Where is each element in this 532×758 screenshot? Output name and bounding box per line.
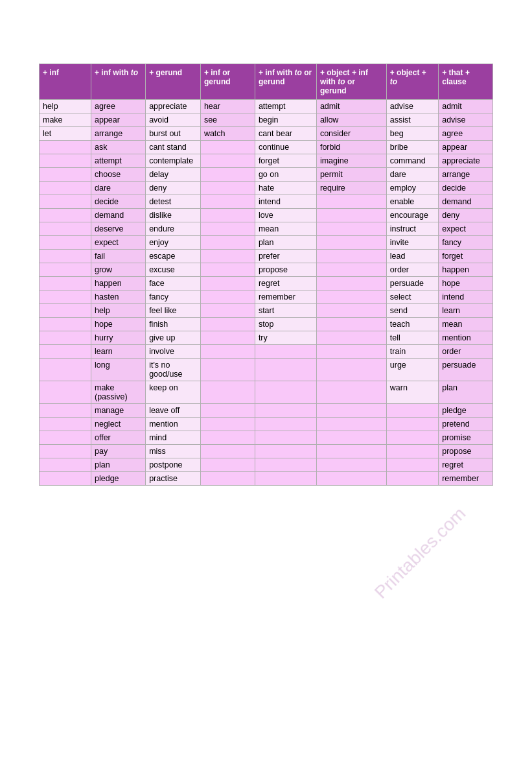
cell-r2-c1: make <box>40 113 91 127</box>
cell-r8-c3: detest <box>146 195 201 209</box>
cell-r26-c1 <box>40 458 91 472</box>
table-row: daredenyhaterequireemploydecide <box>40 182 493 195</box>
cell-r24-c7 <box>386 431 438 445</box>
cell-r4-c3: cant stand <box>146 141 201 154</box>
table-row: askcant standcontinueforbidbribeappear <box>40 141 493 154</box>
table-row: make (passive)keep onwarnplan <box>40 381 493 404</box>
cell-r8-c6 <box>316 195 386 209</box>
cell-r7-c3: deny <box>146 182 201 195</box>
cell-r6-c1 <box>40 168 91 182</box>
cell-r12-c1 <box>40 250 91 263</box>
cell-r19-c5 <box>255 345 316 359</box>
cell-r14-c8: hope <box>439 277 493 290</box>
cell-r14-c7: persuade <box>386 277 438 290</box>
cell-r23-c6 <box>316 418 386 431</box>
cell-r20-c7: urge <box>386 359 438 381</box>
cell-r19-c7: train <box>386 345 438 359</box>
cell-r5-c8: appreciate <box>439 154 493 168</box>
cell-r19-c1 <box>40 345 91 359</box>
cell-r27-c4 <box>200 472 255 486</box>
table-row: makeappearavoidseebeginallowassistadvise <box>40 113 493 127</box>
cell-r21-c8: plan <box>439 381 493 404</box>
cell-r8-c7: enable <box>386 195 438 209</box>
header-col-4: + inf or gerund <box>200 64 255 100</box>
cell-r10-c3: endure <box>146 222 201 236</box>
cell-r9-c3: dislike <box>146 209 201 222</box>
cell-r24-c1 <box>40 431 91 445</box>
cell-r25-c3: miss <box>146 445 201 458</box>
table-row: planpostponeregret <box>40 458 493 472</box>
table-row: helpagreeappreciatehearattemptadmitadvis… <box>40 100 493 113</box>
cell-r8-c8: demand <box>439 195 493 209</box>
cell-r7-c2: dare <box>91 182 146 195</box>
cell-r10-c4 <box>200 222 255 236</box>
table-row: happenfaceregretpersuadehope <box>40 277 493 290</box>
cell-r12-c2: fail <box>91 250 146 263</box>
cell-r17-c3: finish <box>146 318 201 331</box>
cell-r13-c2: grow <box>91 263 146 277</box>
cell-r20-c5 <box>255 359 316 381</box>
cell-r10-c7: instruct <box>386 222 438 236</box>
header-col-3: + gerund <box>146 64 201 100</box>
cell-r15-c7: select <box>386 290 438 304</box>
cell-r19-c4 <box>200 345 255 359</box>
cell-r1-c5: attempt <box>255 100 316 113</box>
cell-r14-c1 <box>40 277 91 290</box>
cell-r26-c8: regret <box>439 458 493 472</box>
cell-r5-c1 <box>40 154 91 168</box>
cell-r23-c1 <box>40 418 91 431</box>
table-row: paymisspropose <box>40 445 493 458</box>
cell-r9-c4 <box>200 209 255 222</box>
cell-r14-c2: happen <box>91 277 146 290</box>
cell-r9-c1 <box>40 209 91 222</box>
cell-r7-c4 <box>200 182 255 195</box>
cell-r18-c2: hurry <box>91 331 146 345</box>
cell-r23-c3: mention <box>146 418 201 431</box>
cell-r17-c2: hope <box>91 318 146 331</box>
cell-r22-c7 <box>386 404 438 418</box>
cell-r13-c1 <box>40 263 91 277</box>
cell-r14-c4 <box>200 277 255 290</box>
cell-r3-c6: consider <box>316 127 386 141</box>
cell-r18-c5: try <box>255 331 316 345</box>
cell-r26-c5 <box>255 458 316 472</box>
cell-r1-c7: advise <box>386 100 438 113</box>
cell-r9-c2: demand <box>91 209 146 222</box>
table-row: offermindpromise <box>40 431 493 445</box>
cell-r4-c7: bribe <box>386 141 438 154</box>
cell-r16-c3: feel like <box>146 304 201 318</box>
cell-r11-c2: expect <box>91 236 146 250</box>
cell-r8-c1 <box>40 195 91 209</box>
cell-r2-c5: begin <box>255 113 316 127</box>
table-row: decidedetestintendenabledemand <box>40 195 493 209</box>
cell-r23-c2: neglect <box>91 418 146 431</box>
cell-r20-c6 <box>316 359 386 381</box>
cell-r20-c2: long <box>91 359 146 381</box>
cell-r6-c8: arrange <box>439 168 493 182</box>
cell-r22-c4 <box>200 404 255 418</box>
cell-r13-c6 <box>316 263 386 277</box>
cell-r7-c5: hate <box>255 182 316 195</box>
cell-r23-c7 <box>386 418 438 431</box>
cell-r2-c4: see <box>200 113 255 127</box>
table-row: choosedelaygo onpermitdarearrange <box>40 168 493 182</box>
cell-r16-c6 <box>316 304 386 318</box>
cell-r25-c1 <box>40 445 91 458</box>
table-row: hurrygive uptrytellmention <box>40 331 493 345</box>
cell-r21-c7: warn <box>386 381 438 404</box>
cell-r22-c1 <box>40 404 91 418</box>
cell-r1-c6: admit <box>316 100 386 113</box>
table-row: longit's no good/useurgepersuade <box>40 359 493 381</box>
cell-r12-c5: prefer <box>255 250 316 263</box>
table-row: helpfeel likestartsendlearn <box>40 304 493 318</box>
cell-r26-c4 <box>200 458 255 472</box>
cell-r22-c6 <box>316 404 386 418</box>
table-row: demanddislikeloveencouragedeny <box>40 209 493 222</box>
cell-r3-c4: watch <box>200 127 255 141</box>
cell-r10-c6 <box>316 222 386 236</box>
intro-text <box>39 39 493 52</box>
header-col-5: + inf with to or gerund <box>255 64 316 100</box>
cell-r23-c4 <box>200 418 255 431</box>
table-row: expectenjoyplaninvitefancy <box>40 236 493 250</box>
cell-r8-c5: intend <box>255 195 316 209</box>
